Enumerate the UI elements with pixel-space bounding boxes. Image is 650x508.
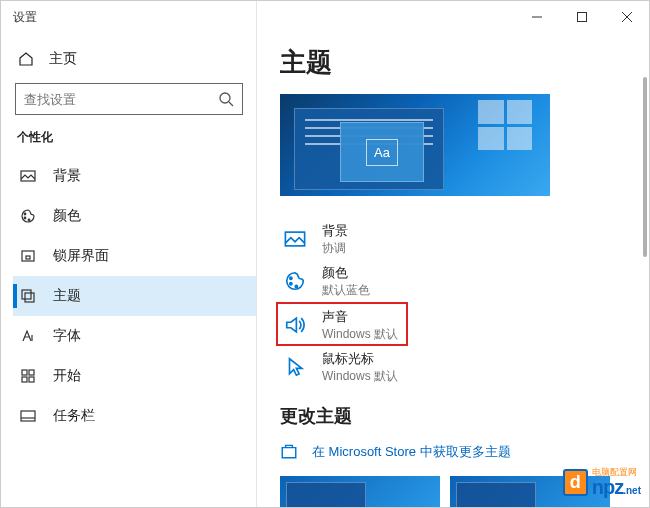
home-link[interactable]: 主页 [13,41,256,77]
svg-point-22 [290,283,292,285]
theme-preview: Aa [280,94,550,196]
palette-icon [19,208,37,224]
svg-rect-17 [29,377,34,382]
svg-rect-14 [22,370,27,375]
sidebar: 主页 个性化 背景 颜色 锁屏界面 主题 字体 开始 [1,33,256,507]
nav-label: 颜色 [53,207,81,225]
store-link-text: 在 Microsoft Store 中获取更多主题 [312,443,511,461]
store-icon [280,442,300,462]
svg-rect-1 [577,13,586,22]
search-input[interactable] [24,92,218,107]
setting-title: 鼠标光标 [322,350,398,368]
svg-point-7 [24,213,26,215]
theme-icon [19,288,37,304]
setting-title: 背景 [322,222,348,240]
store-link[interactable]: 在 Microsoft Store 中获取更多主题 [280,442,649,462]
minimize-button[interactable] [514,1,559,33]
setting-sub: 协调 [322,240,348,257]
setting-cursor[interactable]: 鼠标光标 Windows 默认 [280,346,649,388]
taskbar-icon [19,408,37,424]
sidebar-item-themes[interactable]: 主题 [13,276,256,316]
svg-point-4 [220,93,230,103]
change-theme-heading: 更改主题 [280,404,649,428]
setting-sub: 默认蓝色 [322,282,370,299]
sidebar-item-colors[interactable]: 颜色 [13,196,256,236]
svg-rect-6 [21,171,35,181]
setting-sub: Windows 默认 [322,368,398,385]
setting-sub: Windows 默认 [322,326,398,343]
preview-aa: Aa [366,139,398,166]
nav-label: 开始 [53,367,81,385]
window-title: 设置 [13,9,514,26]
theme-thumbnails [280,476,649,507]
svg-rect-18 [21,411,35,421]
page-title: 主题 [280,45,649,80]
setting-color[interactable]: 颜色 默认蓝色 [280,260,649,302]
search-icon [218,91,234,107]
svg-line-5 [229,102,233,106]
sidebar-item-background[interactable]: 背景 [13,156,256,196]
setting-title: 颜色 [322,264,370,282]
setting-background[interactable]: 背景 协调 [280,218,649,260]
svg-point-21 [290,277,292,279]
svg-rect-15 [29,370,34,375]
palette-icon [282,268,308,294]
font-icon [19,328,37,344]
main-panel: 主题 Aa 背景 协调 颜色 默认蓝色 [256,33,649,507]
search-box[interactable] [15,83,243,115]
sidebar-item-taskbar[interactable]: 任务栏 [13,396,256,436]
picture-icon [282,226,308,252]
scrollbar[interactable] [643,77,647,257]
home-label: 主页 [49,50,77,68]
nav-label: 主题 [53,287,81,305]
titlebar: 设置 [1,1,649,33]
home-icon [17,51,35,67]
nav-label: 背景 [53,167,81,185]
sidebar-item-lockscreen[interactable]: 锁屏界面 [13,236,256,276]
cursor-icon [282,354,308,380]
highlight-annotation: 声音 Windows 默认 [276,302,408,346]
close-button[interactable] [604,1,649,33]
nav-label: 任务栏 [53,407,95,425]
preview-subwindow: Aa [340,122,424,182]
sidebar-item-fonts[interactable]: 字体 [13,316,256,356]
picture-icon [19,168,37,184]
theme-thumbnail[interactable] [280,476,440,507]
sidebar-item-start[interactable]: 开始 [13,356,256,396]
svg-rect-12 [22,290,31,299]
svg-rect-11 [26,256,30,259]
svg-rect-13 [25,293,34,302]
start-icon [19,368,37,384]
svg-point-23 [295,285,297,287]
setting-title: 声音 [322,308,398,326]
sound-icon [282,312,308,338]
setting-sound[interactable]: 声音 Windows 默认 [280,308,404,342]
svg-point-8 [24,217,26,219]
svg-rect-20 [285,232,304,246]
nav-label: 字体 [53,327,81,345]
nav-label: 锁屏界面 [53,247,109,265]
maximize-button[interactable] [559,1,604,33]
theme-thumbnail[interactable] [450,476,610,507]
svg-rect-16 [22,377,27,382]
svg-point-9 [28,219,30,221]
windows-logo-icon [478,100,532,150]
section-label: 个性化 [13,129,256,146]
lockscreen-icon [19,248,37,264]
